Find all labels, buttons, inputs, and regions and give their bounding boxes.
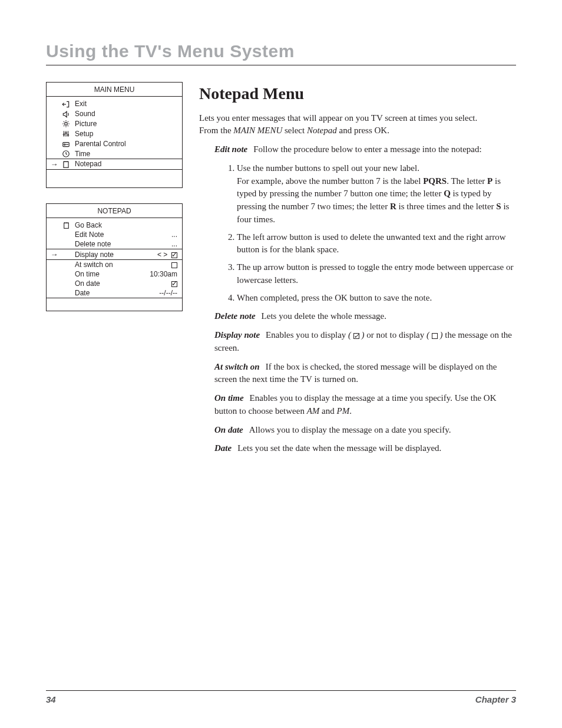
exit-icon: [59, 100, 72, 108]
menu-label: Parental Control: [72, 140, 177, 148]
svg-point-0: [65, 123, 68, 126]
menu-label: Delete note: [72, 240, 142, 248]
menu-label: On date: [72, 279, 142, 288]
page-number: 34: [46, 694, 56, 704]
menu-item-notepad: → Notepad: [47, 159, 182, 170]
selection-arrow-icon: →: [49, 160, 59, 169]
menu-value: ...: [142, 240, 177, 248]
menu-label: On time: [72, 270, 142, 278]
svg-point-5: [64, 144, 65, 145]
menu-label: Edit Note: [72, 230, 142, 239]
step-2: The left arrow button is used to delete …: [237, 231, 516, 257]
chapter-title: Using the TV's Menu System: [46, 41, 516, 61]
sound-icon: [59, 110, 72, 118]
svg-rect-7: [64, 162, 68, 167]
step-4: When completed, press the OK button to s…: [237, 292, 516, 305]
menu-label: Display note: [72, 251, 142, 259]
menu-item-exit: Exit: [47, 99, 182, 109]
menu-label: Picture: [72, 120, 177, 128]
step-3: The up arrow button is pressed to toggle…: [237, 261, 516, 287]
main-menu-title: MAIN MENU: [47, 83, 182, 96]
notepad-item-editnote: Edit Note ...: [47, 230, 182, 239]
notepad-icon: [59, 221, 72, 229]
main-menu-box: MAIN MENU Exit: [46, 82, 183, 188]
chapter-label: Chapter 3: [475, 694, 516, 704]
step-1: Use the number buttons to spell out your…: [237, 162, 516, 226]
display-note-paragraph: Display noteEnables you to display ( ) o…: [214, 329, 516, 355]
on-date-paragraph: On dateAllows you to display the message…: [214, 424, 516, 437]
at-switch-paragraph: At switch onIf the box is checked, the s…: [214, 361, 516, 387]
svg-point-3: [67, 134, 68, 136]
menu-label: At switch on: [72, 261, 142, 269]
title-rule: [46, 65, 516, 65]
notepad-item-date: Date --/--/--: [47, 288, 182, 298]
parental-icon: [59, 139, 72, 148]
menu-value: [142, 261, 177, 269]
intro-paragraph: Lets you enter messages that will appear…: [199, 112, 516, 138]
menu-value: --/--/--: [142, 289, 177, 297]
notepad-item-ondate: On date: [47, 279, 182, 288]
section-heading: Notepad Menu: [199, 82, 516, 106]
checkbox-checked-icon: [171, 252, 177, 258]
picture-icon: [59, 120, 72, 129]
setup-icon: [59, 129, 72, 138]
delete-note-paragraph: Delete noteLets you delete the whole mes…: [214, 310, 516, 323]
menu-label: Go Back: [72, 221, 142, 229]
menu-label: Time: [72, 150, 177, 158]
notepad-item-ontime: On time 10:30am: [47, 269, 182, 279]
svg-point-2: [65, 133, 67, 134]
notepad-item-atswitch: At switch on: [47, 260, 182, 269]
notepad-icon: [59, 160, 72, 169]
menu-label: Notepad: [72, 160, 177, 168]
menu-item-picture: Picture: [47, 119, 182, 129]
svg-rect-8: [64, 223, 68, 228]
checkbox-checked-icon: [353, 333, 359, 339]
time-icon: [59, 149, 72, 158]
page-footer: 34 Chapter 3: [46, 690, 516, 704]
menu-label: Sound: [72, 110, 177, 118]
menu-item-parental: Parental Control: [47, 139, 182, 149]
menu-value: [142, 279, 177, 288]
notepad-item-goback: Go Back: [47, 220, 182, 230]
menu-item-setup: Setup: [47, 129, 182, 139]
menu-label: Setup: [72, 130, 177, 138]
menu-value: ...: [142, 230, 177, 239]
selection-arrow-icon: →: [49, 250, 59, 259]
on-time-paragraph: On timeEnables you to display the messag…: [214, 392, 516, 418]
menu-label: Exit: [72, 100, 177, 108]
notepad-menu-box: NOTEPAD Go Back Edit Note ...: [46, 203, 183, 311]
menu-label: Date: [72, 289, 142, 297]
notepad-menu-title: NOTEPAD: [47, 204, 182, 218]
menu-value: 10:30am: [142, 270, 177, 278]
notepad-item-deletenote: Delete note ...: [47, 239, 182, 249]
date-paragraph: DateLets you set the date when the messa…: [214, 442, 516, 455]
svg-point-1: [63, 134, 64, 135]
menu-value: < >: [142, 251, 177, 259]
menu-item-sound: Sound: [47, 109, 182, 119]
checkbox-unchecked-icon: [171, 262, 177, 268]
checkbox-unchecked-icon: [432, 333, 438, 339]
notepad-item-displaynote: → Display note < >: [47, 249, 182, 260]
menu-item-time: Time: [47, 149, 182, 159]
checkbox-checked-icon: [171, 281, 177, 287]
steps-list: Use the number buttons to spell out your…: [225, 162, 516, 305]
edit-note-paragraph: Edit noteFollow the procedure below to e…: [214, 143, 516, 156]
